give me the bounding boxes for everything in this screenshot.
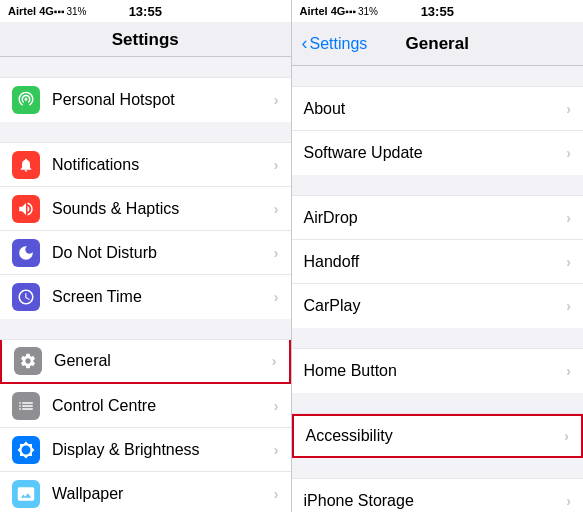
right-item-airdrop[interactable]: AirDrop › bbox=[292, 196, 584, 240]
home-button-chevron: › bbox=[566, 363, 571, 379]
right-status-bar: Airtel 4G 13:55 ▪▪▪ 31% bbox=[292, 0, 584, 22]
right-group-1: About › Software Update › bbox=[292, 86, 584, 175]
screen-time-chevron: › bbox=[274, 289, 279, 305]
right-item-home-button[interactable]: Home Button › bbox=[292, 349, 584, 393]
general-chevron: › bbox=[272, 353, 277, 369]
right-item-carplay[interactable]: CarPlay › bbox=[292, 284, 584, 328]
right-item-software-update[interactable]: Software Update › bbox=[292, 131, 584, 175]
sounds-label: Sounds & Haptics bbox=[52, 200, 274, 218]
left-nav-header: Settings bbox=[0, 22, 291, 57]
right-time: 13:55 bbox=[421, 4, 454, 19]
right-item-handoff[interactable]: Handoff › bbox=[292, 240, 584, 284]
left-phone-panel: Airtel 4G 13:55 ▪▪▪ 31% Settings Persona… bbox=[0, 0, 292, 512]
handoff-label: Handoff bbox=[304, 253, 567, 271]
left-status-bar: Airtel 4G 13:55 ▪▪▪ 31% bbox=[0, 0, 291, 22]
section-sep-3 bbox=[0, 319, 291, 339]
left-settings-list[interactable]: Personal Hotspot › Notifications › Sound… bbox=[0, 57, 291, 512]
about-label: About bbox=[304, 100, 567, 118]
left-carrier: Airtel 4G bbox=[0, 5, 54, 17]
battery-level: 31% bbox=[67, 6, 87, 17]
wallpaper-icon bbox=[12, 480, 40, 508]
right-sep-5 bbox=[292, 458, 584, 478]
section-group-1: Personal Hotspot › bbox=[0, 77, 291, 122]
wallpaper-chevron: › bbox=[274, 486, 279, 502]
control-centre-chevron: › bbox=[274, 398, 279, 414]
section-sep-1 bbox=[0, 57, 291, 77]
personal-hotspot-chevron: › bbox=[274, 92, 279, 108]
wallpaper-label: Wallpaper bbox=[52, 485, 274, 503]
sidebar-item-sounds-haptics[interactable]: Sounds & Haptics › bbox=[0, 187, 291, 231]
right-carrier: Airtel 4G bbox=[292, 5, 346, 17]
general-icon bbox=[14, 347, 42, 375]
signal-icon: ▪▪▪ bbox=[54, 6, 65, 17]
carplay-label: CarPlay bbox=[304, 297, 567, 315]
sidebar-item-wallpaper[interactable]: Wallpaper › bbox=[0, 472, 291, 512]
airdrop-label: AirDrop bbox=[304, 209, 567, 227]
sidebar-item-personal-hotspot[interactable]: Personal Hotspot › bbox=[0, 78, 291, 122]
dnd-chevron: › bbox=[274, 245, 279, 261]
carplay-chevron: › bbox=[566, 298, 571, 314]
sounds-chevron: › bbox=[274, 201, 279, 217]
control-centre-label: Control Centre bbox=[52, 397, 274, 415]
notifications-chevron: › bbox=[274, 157, 279, 173]
accessibility-chevron: › bbox=[564, 428, 569, 444]
software-update-chevron: › bbox=[566, 145, 571, 161]
sidebar-item-notifications[interactable]: Notifications › bbox=[0, 143, 291, 187]
right-sep-2 bbox=[292, 175, 584, 195]
sidebar-item-screen-time[interactable]: Screen Time › bbox=[0, 275, 291, 319]
right-settings-list[interactable]: About › Software Update › AirDrop › Hand… bbox=[292, 66, 584, 512]
left-battery: ▪▪▪ 31% bbox=[54, 6, 95, 17]
right-group-4: Accessibility › bbox=[292, 413, 584, 458]
home-button-label: Home Button bbox=[304, 362, 567, 380]
display-brightness-label: Display & Brightness bbox=[52, 441, 274, 459]
sidebar-item-general[interactable]: General › bbox=[0, 340, 291, 384]
sidebar-item-display-brightness[interactable]: Display & Brightness › bbox=[0, 428, 291, 472]
about-chevron: › bbox=[566, 101, 571, 117]
airdrop-chevron: › bbox=[566, 210, 571, 226]
sidebar-item-do-not-disturb[interactable]: Do Not Disturb › bbox=[0, 231, 291, 275]
right-sep-3 bbox=[292, 328, 584, 348]
section-group-3: General › Control Centre › Display & Bri… bbox=[0, 339, 291, 512]
accessibility-label: Accessibility bbox=[306, 427, 565, 445]
section-group-2: Notifications › Sounds & Haptics › Do No… bbox=[0, 142, 291, 319]
right-signal-icon: ▪▪▪ bbox=[345, 6, 356, 17]
right-sep-1 bbox=[292, 66, 584, 86]
right-group-3: Home Button › bbox=[292, 348, 584, 393]
right-battery: ▪▪▪ 31% bbox=[345, 6, 386, 17]
control-centre-icon bbox=[12, 392, 40, 420]
notifications-icon bbox=[12, 151, 40, 179]
personal-hotspot-icon bbox=[12, 86, 40, 114]
personal-hotspot-label: Personal Hotspot bbox=[52, 91, 274, 109]
iphone-storage-label: iPhone Storage bbox=[304, 492, 567, 510]
software-update-label: Software Update bbox=[304, 144, 567, 162]
right-sep-4 bbox=[292, 393, 584, 413]
screen-time-label: Screen Time bbox=[52, 288, 274, 306]
iphone-storage-chevron: › bbox=[566, 493, 571, 509]
display-brightness-chevron: › bbox=[274, 442, 279, 458]
section-sep-2 bbox=[0, 122, 291, 142]
display-brightness-icon bbox=[12, 436, 40, 464]
right-group-2: AirDrop › Handoff › CarPlay › bbox=[292, 195, 584, 328]
dnd-label: Do Not Disturb bbox=[52, 244, 274, 262]
back-chevron-icon: ‹ bbox=[302, 33, 308, 54]
right-item-about[interactable]: About › bbox=[292, 87, 584, 131]
handoff-chevron: › bbox=[566, 254, 571, 270]
right-back-nav: ‹ Settings General bbox=[292, 22, 584, 66]
right-group-5: iPhone Storage › Background App Refresh … bbox=[292, 478, 584, 512]
screen-time-icon bbox=[12, 283, 40, 311]
sounds-icon bbox=[12, 195, 40, 223]
left-page-title: Settings bbox=[112, 30, 179, 49]
right-page-title: General bbox=[406, 34, 469, 54]
general-label: General bbox=[54, 352, 272, 370]
dnd-icon bbox=[12, 239, 40, 267]
right-item-accessibility[interactable]: Accessibility › bbox=[292, 414, 584, 458]
left-time: 13:55 bbox=[129, 4, 162, 19]
right-phone-panel: Airtel 4G 13:55 ▪▪▪ 31% ‹ Settings Gener… bbox=[292, 0, 584, 512]
notifications-label: Notifications bbox=[52, 156, 274, 174]
sidebar-item-control-centre[interactable]: Control Centre › bbox=[0, 384, 291, 428]
back-button[interactable]: ‹ Settings bbox=[302, 33, 368, 54]
back-label: Settings bbox=[310, 35, 368, 53]
right-battery-level: 31% bbox=[358, 6, 378, 17]
right-item-iphone-storage[interactable]: iPhone Storage › bbox=[292, 479, 584, 512]
